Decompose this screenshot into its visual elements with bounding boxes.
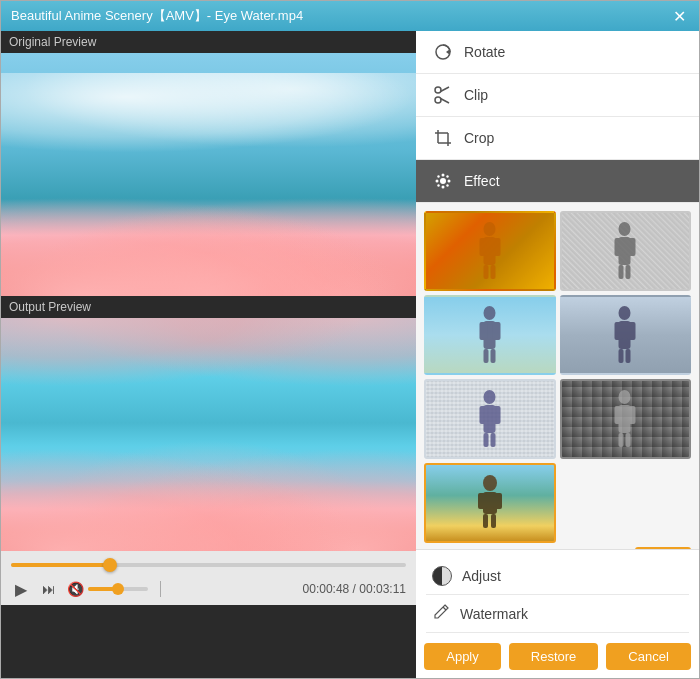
svg-rect-22 <box>492 238 500 256</box>
svg-rect-60 <box>491 514 496 528</box>
menu-items: Rotate Clip <box>416 31 699 203</box>
svg-rect-53 <box>619 433 624 447</box>
menu-item-effect[interactable]: Effect <box>416 160 699 203</box>
play-button[interactable]: ▶ <box>11 579 31 599</box>
svg-point-37 <box>619 306 631 320</box>
effect-label: Effect <box>464 173 500 189</box>
time-total: 00:03:11 <box>359 582 406 596</box>
window-title: Beautiful Anime Scenery【AMV】- Eye Water.… <box>11 7 303 25</box>
output-preview-label: Output Preview <box>1 296 416 318</box>
output-preview-section: Output Preview <box>1 296 416 551</box>
volume-section: 🔇 <box>67 581 148 597</box>
menu-item-rotate[interactable]: Rotate <box>416 31 699 74</box>
svg-rect-36 <box>490 349 495 363</box>
svg-rect-45 <box>479 406 487 424</box>
time-current: 00:00:48 <box>303 582 350 596</box>
close-button[interactable]: ✕ <box>669 6 689 26</box>
effects-grid-container[interactable]: Vertical <box>416 203 699 549</box>
clip-icon <box>432 84 454 106</box>
original-preview-box <box>1 53 416 296</box>
svg-rect-52 <box>628 406 636 424</box>
seek-thumb[interactable] <box>103 558 117 572</box>
rotate-icon <box>432 41 454 63</box>
svg-point-10 <box>440 178 446 184</box>
svg-rect-30 <box>626 265 631 279</box>
svg-rect-23 <box>483 265 488 279</box>
watermark-label: Watermark <box>460 606 528 622</box>
effect-thumb-4[interactable] <box>560 295 692 375</box>
menu-item-crop[interactable]: Crop <box>416 117 699 160</box>
adjust-icon <box>432 566 452 586</box>
main-content: Original Preview Output Preview <box>1 31 699 678</box>
svg-rect-28 <box>628 238 636 256</box>
right-panel: Rotate Clip <box>416 31 699 678</box>
effect-thumb-6[interactable] <box>560 379 692 459</box>
svg-rect-46 <box>492 406 500 424</box>
svg-rect-24 <box>490 265 495 279</box>
effect-thumb-3[interactable] <box>424 295 556 375</box>
time-display: 00:00:48 / 00:03:11 <box>303 582 406 596</box>
svg-line-61 <box>443 607 446 610</box>
watermark-icon <box>432 603 450 624</box>
cancel-button[interactable]: Cancel <box>606 643 690 670</box>
volume-slider[interactable] <box>88 587 148 591</box>
restore-button[interactable]: Restore <box>509 643 599 670</box>
adjust-row[interactable]: Adjust <box>426 558 689 595</box>
effect-thumb-2[interactable] <box>560 211 692 291</box>
svg-marker-1 <box>446 49 450 55</box>
svg-line-5 <box>441 99 450 104</box>
effect-thumb-5[interactable] <box>424 379 556 459</box>
crop-label: Crop <box>464 130 494 146</box>
svg-rect-58 <box>493 493 502 509</box>
svg-rect-39 <box>615 322 623 340</box>
apply-button[interactable]: Apply <box>424 643 501 670</box>
svg-point-2 <box>435 87 441 93</box>
svg-rect-34 <box>492 322 500 340</box>
svg-point-13 <box>436 180 439 183</box>
button-row: Apply Restore Cancel <box>426 633 689 670</box>
svg-rect-21 <box>479 238 487 256</box>
mirror-top-cherry <box>1 318 416 398</box>
seek-bar-container[interactable] <box>11 557 406 573</box>
effects-grid <box>424 211 691 543</box>
seek-bar[interactable] <box>11 563 406 567</box>
svg-rect-35 <box>483 349 488 363</box>
time-divider <box>160 581 161 597</box>
svg-point-31 <box>483 306 495 320</box>
svg-line-4 <box>441 87 450 92</box>
svg-rect-41 <box>619 349 624 363</box>
skip-icon: ⏭ <box>42 581 56 597</box>
main-window: Beautiful Anime Scenery【AMV】- Eye Water.… <box>0 0 700 679</box>
watermark-row[interactable]: Watermark <box>426 595 689 633</box>
play-icon: ▶ <box>15 580 27 599</box>
controls-bar: ▶ ⏭ 🔇 00:00:48 / 00:03:11 <box>1 551 416 605</box>
svg-rect-51 <box>615 406 623 424</box>
svg-rect-33 <box>479 322 487 340</box>
effect-icon <box>432 170 454 192</box>
svg-rect-57 <box>478 493 487 509</box>
svg-point-15 <box>437 175 439 177</box>
mirror-cherry <box>1 431 416 551</box>
menu-item-clip[interactable]: Clip <box>416 74 699 117</box>
skip-forward-button[interactable]: ⏭ <box>39 579 59 599</box>
svg-rect-42 <box>626 349 631 363</box>
left-panel: Original Preview Output Preview <box>1 31 416 678</box>
svg-point-25 <box>619 222 631 236</box>
output-preview-box <box>1 318 416 551</box>
svg-rect-27 <box>615 238 623 256</box>
playback-row: ▶ ⏭ 🔇 00:00:48 / 00:03:11 <box>11 579 406 599</box>
clouds-decoration <box>1 73 416 153</box>
svg-point-17 <box>437 184 439 186</box>
svg-rect-40 <box>628 322 636 340</box>
svg-point-16 <box>446 184 448 186</box>
svg-point-55 <box>483 475 497 491</box>
effect-thumb-1[interactable] <box>424 211 556 291</box>
volume-thumb[interactable] <box>112 583 124 595</box>
volume-icon[interactable]: 🔇 <box>67 581 84 597</box>
svg-point-43 <box>483 390 495 404</box>
svg-point-11 <box>442 174 445 177</box>
effect-thumb-7[interactable] <box>424 463 556 543</box>
svg-point-12 <box>442 186 445 189</box>
svg-point-3 <box>435 97 441 103</box>
svg-rect-47 <box>483 433 488 447</box>
